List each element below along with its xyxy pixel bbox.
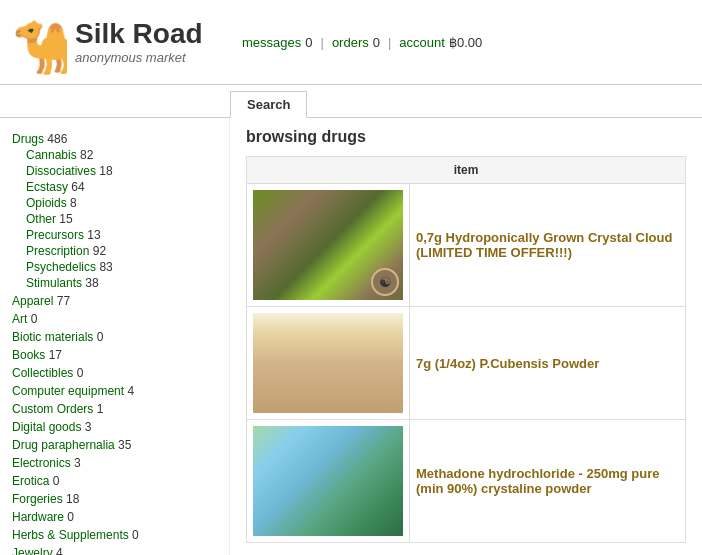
item-image-cell <box>247 420 410 543</box>
item-image-weed: ☯ <box>253 190 403 300</box>
item-name-link[interactable]: Methadone hydrochloride - 250mg pure (mi… <box>416 466 659 496</box>
item-name-link[interactable]: 7g (1/4oz) P.Cubensis Powder <box>416 356 599 371</box>
sidebar-item-dissociatives[interactable]: Dissociatives 18 <box>26 164 217 178</box>
sidebar-item-other[interactable]: Other 15 <box>26 212 217 226</box>
site-title: Silk Road <box>75 19 203 50</box>
sidebar-item-books[interactable]: Books 17 <box>12 348 217 362</box>
messages-link-item: messages 0 <box>242 35 312 50</box>
site-subtitle: anonymous market <box>75 50 203 65</box>
sidebar-sub-drugs: Cannabis 82Dissociatives 18Ecstasy 64Opi… <box>12 148 217 290</box>
item-image-cell <box>247 307 410 420</box>
sidebar-item-drugs[interactable]: Drugs 486 <box>12 132 217 146</box>
sep-2: | <box>388 35 391 50</box>
item-name-link[interactable]: 0,7g Hydroponically Grown Crystal Cloud … <box>416 230 672 260</box>
logo-area: 🐪 Silk Road anonymous market <box>12 10 242 75</box>
sidebar-item-precursors[interactable]: Precursors 13 <box>26 228 217 242</box>
logo-text-area: Silk Road anonymous market <box>75 19 203 65</box>
item-name-cell: 7g (1/4oz) P.Cubensis Powder <box>410 307 686 420</box>
main-layout: Drugs 486Cannabis 82Dissociatives 18Ecst… <box>0 118 702 555</box>
item-image-powder <box>253 313 403 413</box>
items-table: item ☯0,7g Hydroponically Grown Crystal … <box>246 156 686 543</box>
sidebar-item-drug-paraphernalia[interactable]: Drug paraphernalia 35 <box>12 438 217 452</box>
content-area: browsing drugs item ☯0,7g Hydroponically… <box>230 118 702 555</box>
item-image-cell: ☯ <box>247 184 410 307</box>
items-tbody: ☯0,7g Hydroponically Grown Crystal Cloud… <box>247 184 686 543</box>
sidebar-item-biotic-materials[interactable]: Biotic materials 0 <box>12 330 217 344</box>
browse-title: browsing drugs <box>246 128 686 146</box>
orders-link[interactable]: orders <box>332 35 369 50</box>
sidebar-item-hardware[interactable]: Hardware 0 <box>12 510 217 524</box>
table-row: Methadone hydrochloride - 250mg pure (mi… <box>247 420 686 543</box>
sidebar-item-erotica[interactable]: Erotica 0 <box>12 474 217 488</box>
header-links: messages 0 | orders 0 | account ฿0.00 <box>242 35 482 50</box>
table-row: 7g (1/4oz) P.Cubensis Powder <box>247 307 686 420</box>
sidebar-item-stimulants[interactable]: Stimulants 38 <box>26 276 217 290</box>
sidebar-item-apparel[interactable]: Apparel 77 <box>12 294 217 308</box>
sidebar-item-psychedelics[interactable]: Psychedelics 83 <box>26 260 217 274</box>
sidebar-item-jewelry[interactable]: Jewelry 4 <box>12 546 217 555</box>
sidebar-item-ecstasy[interactable]: Ecstasy 64 <box>26 180 217 194</box>
sidebar-item-cannabis[interactable]: Cannabis 82 <box>26 148 217 162</box>
sidebar: Drugs 486Cannabis 82Dissociatives 18Ecst… <box>0 118 230 555</box>
sidebar-item-digital-goods[interactable]: Digital goods 3 <box>12 420 217 434</box>
item-image-bag <box>253 426 403 536</box>
item-name-cell: Methadone hydrochloride - 250mg pure (mi… <box>410 420 686 543</box>
messages-link[interactable]: messages <box>242 35 301 50</box>
sidebar-item-prescription[interactable]: Prescription 92 <box>26 244 217 258</box>
tabs-bar: Search <box>0 85 702 118</box>
account-balance: ฿0.00 <box>449 35 482 50</box>
sidebar-item-art[interactable]: Art 0 <box>12 312 217 326</box>
sidebar-item-collectibles[interactable]: Collectibles 0 <box>12 366 217 380</box>
account-link-item: account ฿0.00 <box>399 35 482 50</box>
orders-link-item: orders 0 <box>332 35 380 50</box>
svg-text:🐪: 🐪 <box>12 16 67 75</box>
sidebar-item-herbs-&-supplements[interactable]: Herbs & Supplements 0 <box>12 528 217 542</box>
table-header-item: item <box>247 157 686 184</box>
messages-count: 0 <box>305 35 312 50</box>
header-nav: messages 0 | orders 0 | account ฿0.00 <box>242 35 690 50</box>
sidebar-item-computer-equipment[interactable]: Computer equipment 4 <box>12 384 217 398</box>
sidebar-item-electronics[interactable]: Electronics 3 <box>12 456 217 470</box>
camel-logo-icon: 🐪 <box>12 10 67 75</box>
sidebar-item-forgeries[interactable]: Forgeries 18 <box>12 492 217 506</box>
account-link[interactable]: account <box>399 35 445 50</box>
sidebar-item-custom-orders[interactable]: Custom Orders 1 <box>12 402 217 416</box>
table-row: ☯0,7g Hydroponically Grown Crystal Cloud… <box>247 184 686 307</box>
orders-count: 0 <box>373 35 380 50</box>
header: 🐪 Silk Road anonymous market messages 0 … <box>0 0 702 85</box>
sep-1: | <box>320 35 323 50</box>
item-name-cell: 0,7g Hydroponically Grown Crystal Cloud … <box>410 184 686 307</box>
sidebar-item-opioids[interactable]: Opioids 8 <box>26 196 217 210</box>
tab-search[interactable]: Search <box>230 91 307 118</box>
seller-badge-icon: ☯ <box>371 268 399 296</box>
